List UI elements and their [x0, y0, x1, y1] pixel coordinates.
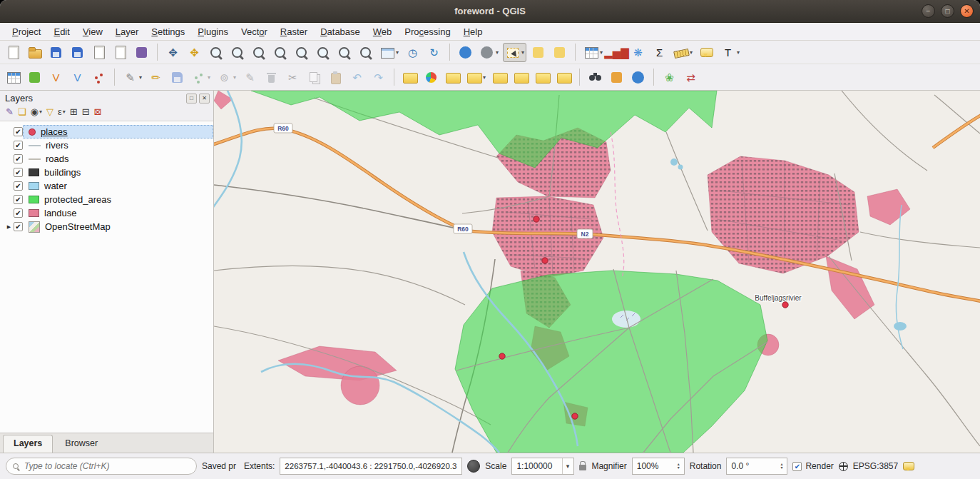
expander-icon[interactable]: ▶ — [4, 224, 14, 230]
change-label-properties-button[interactable]: abc — [554, 68, 573, 87]
select-by-expression-button[interactable]: ε — [529, 43, 548, 62]
copy-features-button[interactable] — [305, 68, 324, 87]
identify-features-button[interactable]: i — [456, 43, 475, 62]
layer-body[interactable]: buildings — [23, 166, 213, 179]
text-annotation-button[interactable]: T▾ — [718, 43, 742, 62]
maximize-icon[interactable]: □ — [941, 4, 954, 18]
paste-features-button[interactable] — [326, 68, 345, 87]
layer-checkbox[interactable]: ✔ — [14, 127, 23, 136]
open-attribute-table-button[interactable]: ▾ — [581, 43, 605, 62]
map-canvas[interactable]: R60 R60 N2 Buffeljagsrivier — [214, 91, 980, 453]
sum-features-button[interactable]: Σ — [650, 43, 669, 62]
new-virtual-layer-button[interactable]: V — [68, 68, 87, 87]
metasearch-button[interactable] — [586, 68, 605, 87]
plugin-tool-1-button[interactable]: ❀ — [660, 68, 679, 87]
crs-globe-icon[interactable] — [839, 462, 848, 471]
zoom-to-selection-button[interactable]: ▣ — [292, 43, 311, 62]
extents-toggle-button[interactable] — [467, 460, 480, 473]
text-annotation-dropdown-icon[interactable]: ▾ — [737, 49, 740, 56]
layer-diagram-options-button[interactable] — [422, 68, 441, 87]
menu-project[interactable]: Project — [6, 24, 47, 39]
style-manager-button[interactable]: ✦ — [132, 43, 151, 62]
show-hide-labels-button[interactable]: abc — [490, 68, 509, 87]
new-print-layout-button[interactable]: ▤ — [89, 43, 108, 62]
rotate-label-button[interactable]: abc — [533, 68, 552, 87]
render-toggle[interactable]: ✔ Render — [792, 461, 833, 471]
menu-layer[interactable]: Layer — [109, 24, 146, 39]
map-tips-button[interactable] — [697, 43, 716, 62]
help-contents-button[interactable]: ? — [628, 68, 648, 87]
layer-labeling-options-button[interactable]: abc — [400, 68, 419, 87]
panel-float-icon[interactable]: □ — [186, 94, 197, 104]
modify-attributes-button[interactable]: ✎ — [240, 68, 260, 87]
layer-checkbox[interactable]: ✔ — [14, 208, 23, 218]
layer-checkbox[interactable]: ✔ — [14, 181, 23, 191]
locate-input[interactable] — [23, 460, 190, 472]
menu-raster[interactable]: Raster — [274, 24, 314, 39]
layer-item-places[interactable]: ✔places — [0, 125, 213, 138]
menu-help[interactable]: Help — [457, 24, 489, 39]
new-project-button[interactable] — [4, 43, 23, 62]
add-group-button[interactable]: ❏ — [16, 106, 28, 118]
menu-database[interactable]: Database — [314, 24, 367, 39]
zoom-in-button[interactable]: + — [206, 43, 225, 62]
layer-checkbox[interactable]: ✔ — [14, 222, 23, 231]
zoom-last-button[interactable]: ◂ — [335, 43, 354, 62]
run-feature-action-button[interactable]: ▸▾ — [477, 43, 501, 62]
layer-checkbox[interactable]: ✔ — [14, 141, 23, 150]
zoom-native-button[interactable]: 1:1 — [249, 43, 268, 62]
layer-item-rivers[interactable]: ✔rivers — [0, 138, 213, 152]
pin-unpin-labels-button[interactable]: abc▾ — [464, 68, 488, 87]
expand-all-button[interactable]: ⊞ — [68, 106, 79, 118]
filter-legend-button[interactable]: ▽ — [45, 106, 55, 118]
collapse-all-button[interactable]: ⊟ — [81, 106, 91, 118]
cut-features-button[interactable]: ✂ — [283, 68, 302, 87]
move-label-button[interactable]: abc — [511, 68, 531, 87]
current-edits-dropdown-icon[interactable]: ▾ — [139, 74, 142, 81]
scale-combo[interactable]: 1:100000 ▾ — [511, 458, 574, 475]
lock-scale-icon[interactable] — [579, 465, 586, 470]
layer-item-landuse[interactable]: ✔landuse — [0, 206, 213, 220]
pan-map-button[interactable]: ✥ — [163, 43, 183, 62]
redo-button[interactable]: ↷ — [369, 68, 388, 87]
zoom-next-button[interactable]: ▸ — [356, 43, 375, 62]
layer-item-protected_areas[interactable]: ✔protected_areas — [0, 193, 213, 206]
layer-body[interactable]: OpenStreetMap — [23, 220, 213, 233]
messages-icon[interactable] — [903, 462, 914, 470]
undo-button[interactable]: ↶ — [347, 68, 367, 87]
vertex-tool-dropdown-icon[interactable]: ▾ — [233, 74, 236, 81]
remove-layer-button[interactable]: ⊠ — [93, 106, 103, 118]
layer-item-roads[interactable]: ✔roads — [0, 152, 213, 166]
magnifier-spin-arrows-icon[interactable]: ▴▾ — [678, 463, 680, 470]
menu-vector[interactable]: Vector — [235, 24, 274, 39]
locate-box[interactable] — [6, 458, 197, 475]
render-checkbox[interactable]: ✔ — [792, 462, 802, 471]
save-project-as-button[interactable]: ✎ — [68, 43, 87, 62]
new-shapefile-layer-button[interactable]: V — [46, 68, 66, 87]
delete-selected-button[interactable] — [262, 68, 281, 87]
python-console-button[interactable]: Py — [607, 68, 626, 87]
menu-web[interactable]: Web — [367, 24, 399, 39]
deselect-features-button[interactable]: ✕ — [550, 43, 569, 62]
layer-checkbox[interactable]: ✔ — [14, 154, 23, 163]
open-project-button[interactable] — [25, 43, 44, 62]
measure-button[interactable]: ▾ — [671, 43, 695, 62]
save-layer-edits-button[interactable] — [168, 68, 187, 87]
layer-body[interactable]: protected_areas — [23, 193, 213, 206]
toggle-editing-button[interactable]: ✏ — [146, 68, 165, 87]
menu-settings[interactable]: Settings — [145, 24, 191, 39]
menu-edit[interactable]: Edit — [47, 24, 76, 39]
refresh-map-button[interactable]: ↻ — [424, 43, 444, 62]
layer-body[interactable]: rivers — [23, 138, 213, 152]
panel-tab-browser[interactable]: Browser — [54, 435, 108, 453]
layer-item-water[interactable]: ✔water — [0, 179, 213, 193]
close-icon[interactable]: ✕ — [960, 4, 974, 18]
options-button[interactable]: ❋ — [628, 43, 648, 62]
temporal-controller-button[interactable]: ◷ — [403, 43, 422, 62]
layer-body[interactable]: water — [23, 179, 213, 193]
highlight-pinned-labels-button[interactable]: abc — [443, 68, 462, 87]
layer-checkbox[interactable]: ✔ — [14, 195, 23, 204]
minimize-icon[interactable]: − — [922, 4, 935, 18]
new-memory-layer-button[interactable] — [89, 68, 108, 87]
rotation-spin-arrows-icon[interactable]: ▴▾ — [780, 463, 782, 470]
